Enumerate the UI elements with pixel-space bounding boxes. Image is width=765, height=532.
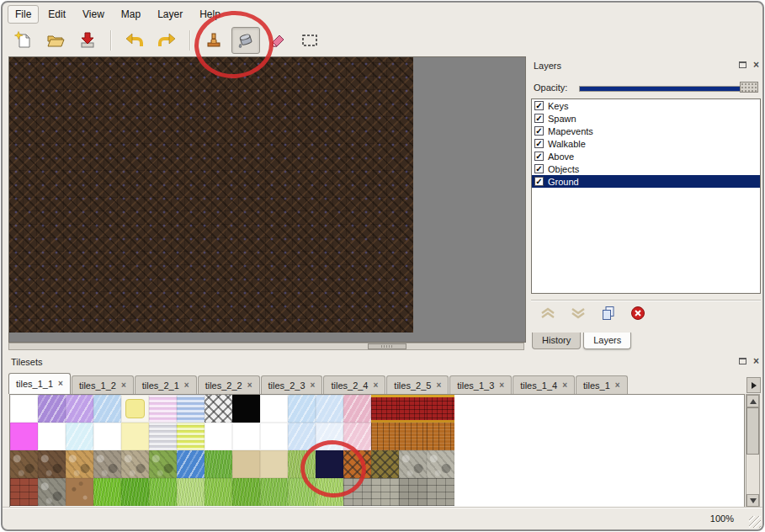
- menu-item[interactable]: Help: [192, 5, 228, 24]
- palette-tile[interactable]: [316, 395, 343, 423]
- palette-tile[interactable]: [371, 478, 399, 506]
- tab-close-icon[interactable]: ×: [562, 381, 567, 390]
- open-map-button[interactable]: [41, 27, 70, 54]
- menu-item[interactable]: Map: [114, 5, 148, 24]
- bucket-fill-button[interactable]: [231, 27, 260, 54]
- palette-tile[interactable]: [149, 395, 177, 423]
- float-panel-icon[interactable]: [739, 358, 746, 364]
- palette-tile[interactable]: [177, 478, 205, 506]
- tab-close-icon[interactable]: ×: [374, 381, 379, 390]
- layer-visibility-checkbox[interactable]: ✓: [534, 139, 544, 148]
- tileset-tab[interactable]: tiles_1 ×: [576, 375, 628, 394]
- palette-tile[interactable]: [371, 395, 399, 423]
- tileset-tab[interactable]: tiles_2_4 ×: [323, 375, 385, 394]
- tab-close-icon[interactable]: ×: [58, 380, 63, 388]
- opacity-slider-track[interactable]: [579, 86, 758, 92]
- palette-tile[interactable]: [121, 423, 149, 450]
- rect-select-button[interactable]: [295, 27, 324, 54]
- stamp-tool-button[interactable]: [199, 27, 228, 54]
- palette-tile[interactable]: [399, 395, 427, 423]
- palette-tile[interactable]: [316, 423, 343, 450]
- palette-tile[interactable]: [343, 450, 371, 478]
- palette-tile[interactable]: [260, 423, 288, 450]
- palette-tile[interactable]: [399, 478, 427, 506]
- palette-tile[interactable]: [205, 450, 232, 478]
- palette-tile[interactable]: [93, 478, 121, 506]
- palette-tile[interactable]: [427, 478, 454, 506]
- tileset-tab[interactable]: tiles_2_3 ×: [261, 375, 323, 394]
- layer-visibility-checkbox[interactable]: ✓: [534, 152, 544, 161]
- tab-close-icon[interactable]: ×: [499, 381, 504, 390]
- palette-tile[interactable]: [66, 395, 93, 423]
- palette-tile[interactable]: [66, 423, 93, 450]
- palette-tile[interactable]: [38, 450, 66, 478]
- palette-tile[interactable]: [93, 423, 121, 450]
- palette-tile[interactable]: [177, 395, 205, 423]
- palette-tile[interactable]: [232, 450, 260, 478]
- layer-row[interactable]: ✓ Keys: [532, 99, 760, 112]
- tileset-tab[interactable]: tiles_2_2 ×: [198, 375, 260, 394]
- palette-tile[interactable]: [121, 478, 149, 506]
- redo-button[interactable]: [152, 27, 181, 54]
- palette-tile[interactable]: [205, 423, 232, 450]
- layer-row[interactable]: ✓ Mapevents: [532, 125, 760, 137]
- palette-tile[interactable]: [66, 478, 93, 506]
- palette-tile[interactable]: [10, 478, 38, 506]
- close-panel-icon[interactable]: ×: [753, 61, 759, 69]
- tileset-tab[interactable]: tiles_1_3 ×: [449, 375, 512, 394]
- map-canvas[interactable]: [9, 57, 413, 332]
- float-panel-icon[interactable]: [739, 61, 746, 68]
- tileset-tab[interactable]: tiles_1_2 ×: [72, 375, 134, 394]
- opacity-slider-handle[interactable]: [740, 82, 758, 93]
- palette-tile[interactable]: [149, 478, 177, 506]
- tileset-tab[interactable]: tiles_2_1 ×: [135, 375, 197, 394]
- menu-item[interactable]: File: [8, 5, 39, 24]
- scroll-up-button[interactable]: [746, 395, 759, 407]
- palette-tile[interactable]: [232, 423, 260, 450]
- close-panel-icon[interactable]: ×: [753, 357, 759, 365]
- palette-tile[interactable]: [232, 478, 260, 506]
- palette-tile[interactable]: [177, 450, 205, 478]
- layer-row[interactable]: ✓ Ground: [532, 175, 760, 188]
- palette-tile[interactable]: [205, 395, 232, 423]
- side-panel-tab[interactable]: Layers: [583, 332, 631, 349]
- tab-scroll-right-button[interactable]: [746, 377, 761, 393]
- palette-tile[interactable]: [121, 395, 149, 423]
- palette-vertical-scrollbar[interactable]: [746, 394, 760, 508]
- layer-visibility-checkbox[interactable]: ✓: [534, 177, 544, 186]
- palette-tile[interactable]: [399, 423, 427, 450]
- palette-tile[interactable]: [10, 423, 38, 450]
- palette-tile[interactable]: [260, 478, 288, 506]
- duplicate-layer-button[interactable]: [600, 306, 617, 321]
- palette-tile[interactable]: [205, 478, 232, 506]
- opacity-slider[interactable]: [579, 82, 758, 93]
- palette-tile[interactable]: [38, 395, 66, 423]
- layer-visibility-checkbox[interactable]: ✓: [534, 114, 544, 123]
- layer-visibility-checkbox[interactable]: ✓: [534, 164, 544, 173]
- palette-tile[interactable]: [149, 450, 177, 478]
- palette-tile[interactable]: [371, 423, 399, 450]
- palette-tile[interactable]: [93, 395, 121, 423]
- side-panel-tab[interactable]: History: [532, 332, 581, 349]
- layer-row[interactable]: ✓ Walkable: [532, 137, 760, 150]
- palette-tile[interactable]: [66, 450, 93, 478]
- palette-tile[interactable]: [93, 450, 121, 478]
- palette-tile[interactable]: [177, 423, 205, 450]
- tab-close-icon[interactable]: ×: [436, 381, 441, 390]
- undo-button[interactable]: [120, 27, 149, 54]
- tab-close-icon[interactable]: ×: [615, 381, 620, 390]
- palette-tile[interactable]: [232, 395, 260, 423]
- palette-tile[interactable]: [149, 423, 177, 450]
- menu-item[interactable]: Layer: [150, 5, 190, 24]
- palette-tile[interactable]: [316, 478, 343, 506]
- layer-visibility-checkbox[interactable]: ✓: [534, 126, 544, 136]
- palette-tile[interactable]: [38, 423, 66, 450]
- palette-tile[interactable]: [288, 450, 316, 478]
- palette-tile[interactable]: [316, 450, 343, 478]
- palette-tile[interactable]: [427, 395, 454, 423]
- new-map-button[interactable]: [9, 27, 38, 54]
- raise-layer-button[interactable]: [539, 306, 556, 320]
- scrollbar-thumb[interactable]: [368, 343, 406, 349]
- layer-row[interactable]: ✓ Above: [532, 150, 760, 162]
- palette-tile[interactable]: [38, 478, 66, 506]
